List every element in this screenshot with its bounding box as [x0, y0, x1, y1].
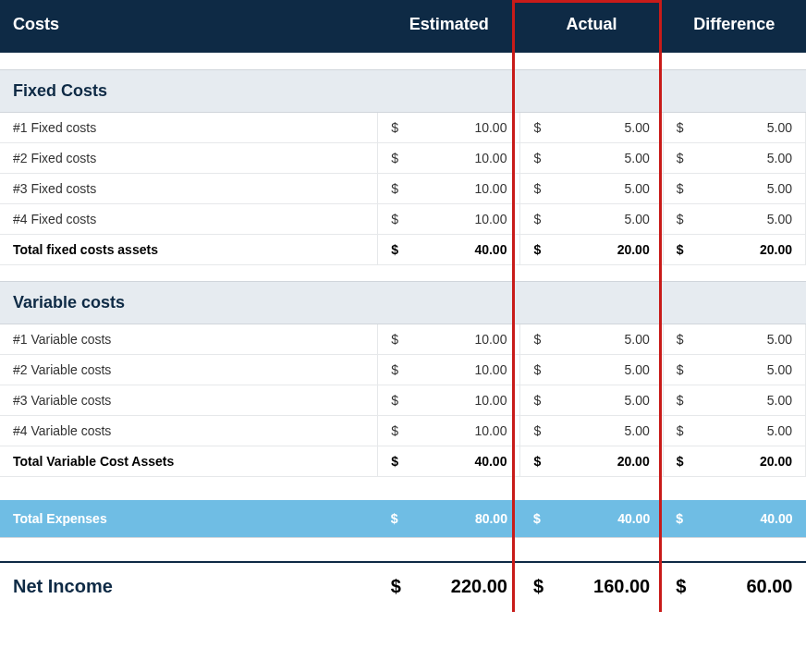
row-label: #4 Fixed costs — [0, 203, 378, 234]
cell-difference: $5.00 — [663, 112, 805, 142]
table-row: #1 Variable costs $10.00 $5.00 $5.00 — [0, 324, 806, 354]
cell-estimated: $10.00 — [378, 173, 520, 203]
total-expenses-label: Total Expenses — [0, 500, 378, 538]
table-row: #1 Fixed costs $10.00 $5.00 $5.00 — [0, 112, 806, 142]
header-estimated: Estimated — [378, 0, 520, 53]
header-actual: Actual — [520, 0, 663, 53]
cell-difference: $20.00 — [663, 234, 805, 264]
cell-actual: $5.00 — [520, 415, 663, 446]
cell-actual: $5.00 — [520, 324, 663, 354]
cell-actual: $20.00 — [520, 446, 663, 476]
cell-actual: $5.00 — [520, 112, 663, 142]
cell-estimated: $40.00 — [378, 234, 520, 264]
table-row: #4 Variable costs $10.00 $5.00 $5.00 — [0, 415, 806, 446]
row-label: #2 Variable costs — [0, 354, 378, 385]
row-label: #1 Variable costs — [0, 324, 378, 354]
table-row: #3 Variable costs $10.00 $5.00 $5.00 — [0, 385, 806, 415]
fixed-costs-section-header: Fixed Costs — [0, 69, 806, 112]
cell-estimated: $10.00 — [378, 415, 520, 446]
cell-actual: $5.00 — [520, 203, 663, 234]
cell-actual: $5.00 — [520, 385, 663, 415]
cell-difference: $5.00 — [663, 203, 805, 234]
cell-estimated: $10.00 — [378, 385, 520, 415]
fixed-costs-title: Fixed Costs — [0, 69, 378, 112]
cell-difference: $20.00 — [663, 446, 805, 476]
cell-estimated: $220.00 — [378, 562, 520, 612]
cell-difference: $5.00 — [663, 385, 805, 415]
net-income-label: Net Income — [0, 562, 378, 612]
cell-actual: $20.00 — [520, 234, 663, 264]
costs-table: Costs Estimated Actual Difference Fixed … — [0, 0, 806, 612]
table-row: #3 Fixed costs $10.00 $5.00 $5.00 — [0, 173, 806, 203]
cell-difference: $5.00 — [663, 415, 805, 446]
cell-estimated: $80.00 — [378, 500, 520, 538]
net-income-row: Net Income $220.00 $160.00 $60.00 — [0, 562, 806, 612]
row-label: #2 Fixed costs — [0, 142, 378, 173]
table-row: #2 Fixed costs $10.00 $5.00 $5.00 — [0, 142, 806, 173]
table-row: #4 Fixed costs $10.00 $5.00 $5.00 — [0, 203, 806, 234]
cell-estimated: $10.00 — [378, 324, 520, 354]
cell-difference: $5.00 — [663, 354, 805, 385]
cell-difference: $40.00 — [663, 500, 805, 538]
cell-estimated: $10.00 — [378, 203, 520, 234]
fixed-total-row: Total fixed costs assets $40.00 $20.00 $… — [0, 234, 806, 264]
cell-difference: $5.00 — [663, 324, 805, 354]
cell-actual: $5.00 — [520, 142, 663, 173]
cell-actual: $40.00 — [520, 500, 663, 538]
cell-estimated: $10.00 — [378, 142, 520, 173]
cell-estimated: $10.00 — [378, 112, 520, 142]
row-label: #1 Fixed costs — [0, 112, 378, 142]
cell-actual: $5.00 — [520, 173, 663, 203]
table-row: #2 Variable costs $10.00 $5.00 $5.00 — [0, 354, 806, 385]
variable-costs-section-header: Variable costs — [0, 281, 806, 324]
header-difference: Difference — [663, 0, 805, 53]
cell-estimated: $40.00 — [378, 446, 520, 476]
row-label: Total Variable Cost Assets — [0, 446, 378, 476]
cell-actual: $160.00 — [520, 562, 663, 612]
cell-actual: $5.00 — [520, 354, 663, 385]
row-label: #3 Fixed costs — [0, 173, 378, 203]
cell-estimated: $10.00 — [378, 354, 520, 385]
header-costs: Costs — [0, 0, 378, 53]
total-expenses-row: Total Expenses $80.00 $40.00 $40.00 — [0, 500, 806, 538]
row-label: #3 Variable costs — [0, 385, 378, 415]
variable-total-row: Total Variable Cost Assets $40.00 $20.00… — [0, 446, 806, 476]
variable-costs-title: Variable costs — [0, 281, 378, 324]
cell-difference: $60.00 — [663, 562, 805, 612]
table-header-row: Costs Estimated Actual Difference — [0, 0, 806, 53]
row-label: Total fixed costs assets — [0, 234, 378, 264]
cell-difference: $5.00 — [663, 173, 805, 203]
cell-difference: $5.00 — [663, 142, 805, 173]
row-label: #4 Variable costs — [0, 415, 378, 446]
